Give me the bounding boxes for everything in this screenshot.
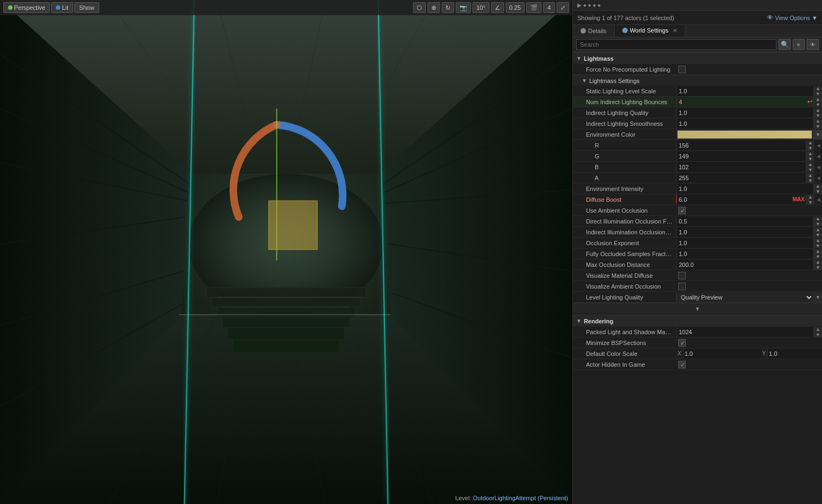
num-indirect-bounces-input[interactable] — [676, 97, 806, 107]
view-options-btn[interactable]: 👁 View Options ▼ — [767, 14, 818, 22]
snap-icon-btn[interactable]: ⊕ — [428, 2, 440, 13]
fully-occluded-label: Fully Occluded Samples Fraction — [573, 251, 676, 257]
diffuse-boost-input[interactable] — [676, 195, 792, 205]
perspective-label: Perspective — [14, 4, 45, 11]
num-indirect-bounces-value: ↩ ▲▼ — [676, 97, 822, 107]
default-color-y-input[interactable] — [767, 349, 822, 359]
env-g-label: G — [573, 153, 676, 160]
occlusion-exponent-input[interactable] — [676, 238, 813, 248]
max-occlusion-value: ▲▼ — [676, 260, 822, 270]
static-lighting-scale-row: Static Lighting Level Scale ▲▼ — [573, 86, 822, 97]
indirect-lighting-quality-arrow[interactable]: ▲▼ — [813, 108, 822, 118]
visualize-material-checkbox[interactable] — [678, 272, 686, 279]
maximize-btn[interactable]: ⤢ — [557, 2, 569, 13]
env-color-expand[interactable]: ▼ — [813, 130, 822, 139]
packed-light-label: Packed Light and Shadow Map Text — [573, 329, 676, 335]
search-input[interactable] — [576, 39, 776, 50]
lightmass-section-header[interactable]: ▼ Lightmass — [573, 52, 822, 64]
camera2-icon-btn[interactable]: 🎬 — [526, 2, 541, 13]
max-occlusion-input[interactable] — [676, 260, 813, 270]
search-button[interactable]: 🔍 — [779, 39, 791, 50]
indirect-lighting-smoothness-arrow[interactable]: ▲▼ — [813, 119, 822, 129]
perspective-button[interactable]: Perspective — [3, 2, 50, 13]
scroll-down-nav[interactable]: ▼ — [573, 303, 822, 314]
env-a-input[interactable] — [676, 173, 806, 183]
snap-value-btn[interactable]: 0.25 — [506, 2, 525, 13]
env-intensity-arrow[interactable]: ▲▼ — [813, 184, 822, 194]
num-indirect-bounces-reset[interactable]: ↩ — [806, 97, 813, 107]
grid-icon-btn[interactable]: ⬡ — [413, 2, 426, 13]
env-g-arrow[interactable]: ▲▼ — [806, 151, 814, 161]
lightmass-section-title: Lightmass — [584, 55, 614, 62]
world-settings-tab-dot — [622, 28, 628, 33]
show-button[interactable]: Show — [74, 2, 99, 13]
visualize-ambient-row: Visualize Ambient Occlusion — [573, 281, 822, 292]
static-lighting-scale-arrow[interactable]: ▲▼ — [813, 86, 822, 96]
env-color-swatch[interactable] — [677, 130, 812, 139]
visualize-ambient-checkbox[interactable] — [678, 283, 686, 290]
env-r-arrow[interactable]: ▲▼ — [806, 141, 814, 150]
actor-hidden-checkbox[interactable]: ✓ — [678, 361, 686, 368]
static-lighting-scale-input[interactable] — [676, 86, 813, 96]
fully-occluded-input[interactable] — [676, 249, 813, 259]
grid-num-btn[interactable]: 10° — [473, 2, 489, 13]
indirect-lighting-quality-value: ▲▼ — [676, 108, 822, 118]
diffuse-boost-value: MAX ▲▼ ◀ — [676, 195, 822, 205]
use-ambient-occlusion-checkbox[interactable]: ✓ — [678, 207, 686, 214]
packed-light-input[interactable] — [676, 327, 813, 337]
filter-btn[interactable]: 👁 — [807, 39, 819, 50]
packed-light-arrow[interactable]: ▲▼ — [813, 327, 822, 337]
env-r-expand[interactable]: ◀ — [814, 141, 822, 150]
max-occlusion-arrow[interactable]: ▲▼ — [813, 260, 822, 270]
viewport-status-bar: Level: OutdoorLightingAttempt (Persisten… — [0, 492, 572, 504]
rendering-section-header[interactable]: ▼ Rendering — [573, 315, 822, 327]
indirect-lighting-quality-label: Indirect Lighting Quality — [573, 110, 676, 116]
level-lighting-quality-arrow[interactable]: ▼ — [813, 292, 822, 302]
tab-details[interactable]: Details — [573, 25, 615, 37]
fully-occluded-arrow[interactable]: ▲▼ — [813, 249, 822, 259]
list-view-btn[interactable]: ≡ — [793, 39, 805, 50]
diffuse-boost-arrow[interactable]: ▲▼ — [806, 195, 814, 205]
diffuse-boost-expand[interactable]: ◀ — [814, 195, 822, 205]
world-settings-tab-close[interactable]: ✕ — [673, 28, 677, 34]
indirect-illumination-arrow[interactable]: ▲▼ — [813, 227, 822, 237]
env-g-input[interactable] — [676, 151, 806, 161]
camera-icon-btn[interactable]: 📷 — [456, 2, 471, 13]
indirect-lighting-smoothness-input[interactable] — [676, 119, 813, 129]
env-g-expand[interactable]: ◀ — [814, 151, 822, 161]
properties-panel[interactable]: ▼ Lightmass Force No Precomputed Lightin… — [573, 52, 822, 504]
env-a-arrow[interactable]: ▲▼ — [806, 173, 814, 183]
indirect-illumination-input[interactable] — [676, 227, 813, 237]
lightmass-settings-subsection[interactable]: ▼ Lightmass Settings — [573, 75, 822, 86]
minimize-bsp-label: Minimize BSPSections — [573, 340, 676, 346]
occlusion-exponent-value: ▲▼ — [676, 238, 822, 248]
occlusion-exponent-arrow[interactable]: ▲▼ — [813, 238, 822, 248]
max-occlusion-row: Max Occlusion Distance ▲▼ — [573, 259, 822, 270]
rotate-icon-btn[interactable]: ↻ — [442, 2, 454, 13]
num-indirect-bounces-arrow[interactable]: ▲▼ — [813, 97, 822, 107]
env-b-input[interactable] — [676, 162, 806, 172]
default-color-x-input[interactable] — [683, 349, 761, 359]
env-r-input[interactable] — [676, 141, 806, 150]
speed-btn[interactable]: 4 — [543, 2, 555, 13]
direct-illumination-arrow[interactable]: ▲▼ — [813, 216, 822, 226]
indirect-lighting-quality-input[interactable] — [676, 108, 813, 118]
environment-color-label: Environment Color — [573, 131, 676, 138]
viewport[interactable]: Perspective Lit Show ⬡ ⊕ ↻ 📷 10° ∠ 0.25 … — [0, 0, 572, 504]
force-no-precomputed-checkbox[interactable] — [678, 66, 686, 73]
minimize-bsp-check: ✓ — [679, 340, 686, 347]
view-options-chevron: ▼ — [812, 15, 818, 21]
env-a-expand[interactable]: ◀ — [814, 173, 822, 183]
env-r-value: ▲▼ ◀ — [676, 141, 822, 150]
level-lighting-quality-select[interactable]: Quality Preview Preview Medium High Prod… — [676, 292, 813, 302]
level-lighting-quality-label: Level Lighting Quality — [573, 294, 676, 301]
env-b-expand[interactable]: ◀ — [814, 162, 822, 172]
direct-illumination-input[interactable] — [676, 216, 813, 226]
use-ambient-occlusion-value: ✓ — [676, 207, 822, 214]
env-intensity-input[interactable] — [676, 184, 813, 194]
env-b-arrow[interactable]: ▲▼ — [806, 162, 814, 172]
tab-world-settings[interactable]: World Settings ✕ — [615, 25, 685, 37]
angle-icon-btn[interactable]: ∠ — [491, 2, 504, 13]
minimize-bsp-checkbox[interactable]: ✓ — [678, 339, 686, 347]
lit-button[interactable]: Lit — [51, 2, 73, 13]
